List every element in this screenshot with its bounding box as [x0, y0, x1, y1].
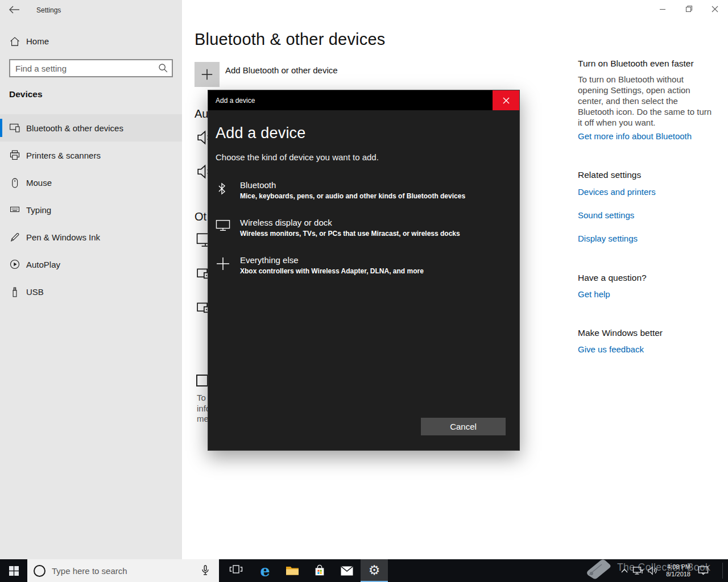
close-icon — [712, 6, 718, 13]
task-view-icon — [229, 564, 243, 577]
pen-icon — [9, 231, 20, 243]
sidebar-item-home[interactable]: Home — [0, 34, 182, 50]
link-sound-settings[interactable]: Sound settings — [578, 210, 717, 220]
option-title: Wireless display or dock — [240, 218, 460, 227]
show-hidden-icons-button[interactable] — [619, 559, 630, 582]
action-center-icon — [698, 566, 709, 576]
sidebar-item-label: Bluetooth & other devices — [26, 123, 123, 133]
close-window-button[interactable] — [702, 0, 728, 18]
add-a-device-dialog: Add a device Add a device Choose the kin… — [208, 90, 520, 451]
link-devices-and-printers[interactable]: Devices and printers — [578, 187, 717, 197]
tray-separator — [722, 563, 723, 579]
search-input[interactable] — [10, 64, 157, 73]
have-a-question-heading: Have a question? — [578, 273, 717, 283]
link-give-us-feedback[interactable]: Give us feedback — [578, 344, 717, 354]
sidebar-item-typing[interactable]: Typing — [0, 196, 182, 223]
autoplay-icon — [9, 259, 20, 270]
gear-icon — [369, 563, 380, 578]
network-tray-icon[interactable] — [631, 559, 645, 582]
help-panel: Turn on Bluetooth even faster To turn on… — [578, 59, 717, 354]
sidebar-item-label: Typing — [26, 205, 51, 215]
taskbar-search[interactable] — [27, 559, 219, 582]
sidebar-section-title: Devices — [9, 89, 43, 99]
sidebar-item-label: USB — [26, 287, 44, 297]
chevron-up-icon — [621, 568, 628, 573]
sidebar-item-pen-windows-ink[interactable]: Pen & Windows Ink — [0, 223, 182, 251]
clock-date: 8/1/2018 — [666, 571, 690, 579]
sidebar-nav: Bluetooth & other devices Printers & sca… — [0, 114, 182, 305]
sidebar-item-autoplay[interactable]: AutoPlay — [0, 251, 182, 278]
restore-icon — [685, 5, 693, 13]
sidebar-item-printers-scanners[interactable]: Printers & scanners — [0, 142, 182, 169]
option-title: Everything else — [240, 255, 424, 265]
sidebar-item-label: Mouse — [26, 178, 52, 188]
plus-icon — [200, 67, 214, 82]
cancel-button[interactable]: Cancel — [421, 418, 506, 435]
store-taskbar-button[interactable] — [306, 559, 333, 582]
plus-tile — [195, 62, 220, 87]
folder-icon — [286, 565, 299, 576]
audio-section-heading-clipped: Au — [195, 107, 208, 120]
settings-sidebar: Settings Home Devices Bluetooth & other … — [0, 0, 182, 559]
related-settings-heading: Related settings — [578, 170, 717, 180]
option-description: Wireless monitors, TVs, or PCs that use … — [240, 230, 460, 238]
store-icon — [313, 564, 326, 577]
dialog-titlebar-text: Add a device — [208, 97, 255, 105]
close-icon — [503, 97, 510, 104]
metered-connections-checkbox[interactable] — [196, 375, 208, 386]
restore-button[interactable] — [676, 0, 702, 18]
cortana-icon — [34, 565, 46, 577]
option-description: Xbox controllers with Wireless Adapter, … — [240, 267, 424, 275]
dialog-option-everything-else[interactable]: Everything else Xbox controllers with Wi… — [216, 255, 512, 275]
usb-icon — [9, 286, 20, 297]
help-heading: Turn on Bluetooth even faster — [578, 59, 717, 69]
settings-taskbar-button[interactable] — [361, 559, 388, 582]
microphone-icon[interactable] — [198, 564, 212, 577]
taskbar-clock[interactable]: 4:08 PM 8/1/2018 — [657, 559, 690, 582]
sidebar-item-bluetooth-other-devices[interactable]: Bluetooth & other devices — [0, 114, 182, 142]
dialog-option-bluetooth[interactable]: Bluetooth Mice, keyboards, pens, or audi… — [216, 180, 512, 200]
option-description: Mice, keyboards, pens, or audio and othe… — [240, 192, 465, 200]
start-button[interactable] — [0, 559, 27, 582]
plus-icon — [216, 255, 230, 275]
sidebar-item-label: Printers & scanners — [26, 151, 101, 160]
wireless-display-icon — [216, 218, 230, 238]
action-center-button[interactable] — [695, 559, 711, 582]
page-title: Bluetooth & other devices — [195, 30, 385, 49]
minimize-button[interactable] — [650, 0, 676, 18]
sidebar-item-mouse[interactable]: Mouse — [0, 169, 182, 196]
task-view-button[interactable] — [222, 559, 250, 582]
link-get-help[interactable]: Get help — [578, 289, 717, 299]
back-button[interactable] — [8, 5, 20, 16]
sidebar-item-usb[interactable]: USB — [0, 278, 182, 305]
link-display-settings[interactable]: Display settings — [578, 234, 717, 243]
other-devices-heading-clipped: Ot — [195, 210, 206, 223]
option-title: Bluetooth — [240, 180, 465, 190]
dialog-subheading: Choose the kind of device you want to ad… — [216, 152, 512, 162]
window-controls — [650, 0, 728, 18]
dialog-option-wireless-display[interactable]: Wireless display or dock Wireless monito… — [216, 218, 512, 238]
add-button-label: Add Bluetooth or other device — [225, 65, 338, 75]
back-arrow-icon — [8, 5, 20, 15]
help-body: To turn on Bluetooth without opening Set… — [578, 74, 715, 128]
search-icon — [157, 62, 172, 74]
edge-taskbar-button[interactable] — [251, 559, 279, 582]
mail-icon — [340, 566, 354, 576]
taskbar-search-input[interactable] — [46, 566, 198, 576]
mail-taskbar-button[interactable] — [333, 559, 361, 582]
clock-time: 4:08 PM — [667, 563, 690, 571]
minimize-icon — [659, 6, 666, 13]
bluetooth-icon — [216, 180, 230, 200]
file-explorer-taskbar-button[interactable] — [279, 559, 306, 582]
add-bluetooth-device-button[interactable]: Add Bluetooth or other device — [195, 62, 338, 87]
sidebar-item-label: AutoPlay — [26, 260, 60, 269]
link-get-more-info-bluetooth[interactable]: Get more info about Bluetooth — [578, 131, 717, 141]
desktop: Settings Home Devices Bluetooth & other … — [0, 0, 728, 582]
find-a-setting-searchbox[interactable] — [9, 59, 173, 77]
dialog-titlebar: Add a device — [208, 90, 519, 110]
windows-logo-icon — [9, 566, 19, 576]
show-desktop-button[interactable] — [723, 559, 728, 582]
mouse-icon — [9, 177, 20, 188]
dialog-close-button[interactable] — [493, 90, 519, 110]
app-title: Settings — [36, 6, 61, 14]
